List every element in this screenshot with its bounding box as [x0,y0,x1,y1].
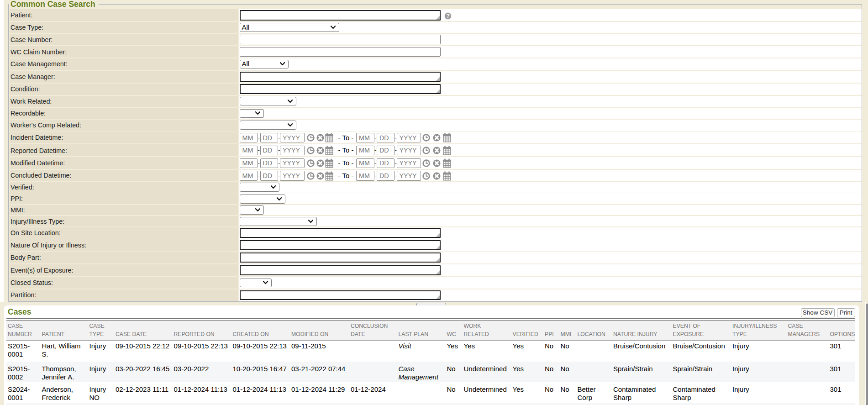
svg-text:?: ? [446,12,450,19]
